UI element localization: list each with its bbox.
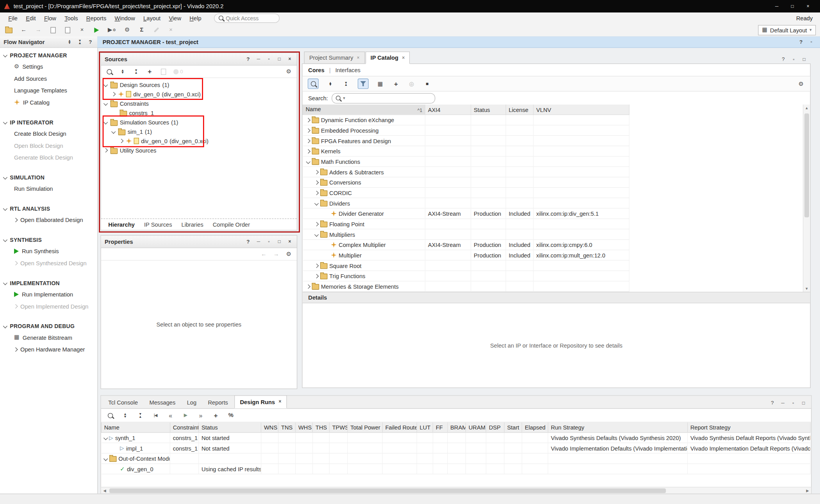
editor-maximize-icon[interactable]: □ <box>801 55 808 63</box>
fn-item-add-sources[interactable]: Add Sources <box>0 72 97 84</box>
column-header-status[interactable]: Status <box>471 105 506 115</box>
sources-tab-ip-sources[interactable]: IP Sources <box>139 220 176 229</box>
tab-ip-catalog[interactable]: IP Catalog× <box>365 51 410 64</box>
scroll-down-icon[interactable]: ▼ <box>805 285 808 292</box>
subtab-interfaces[interactable]: Interfaces <box>335 67 360 73</box>
source-row-simulation-sources-4[interactable]: Simulation Sources(1) <box>101 117 297 127</box>
ip-add-repository-icon[interactable]: + <box>392 80 399 88</box>
bottom-tab-reports[interactable]: Reports <box>203 396 233 408</box>
fn-item-generate-bitstream[interactable]: ▦Generate Bitstream <box>0 331 97 343</box>
source-row-constraints-2[interactable]: Constraints <box>101 99 297 108</box>
column-header-tpws[interactable]: TPWS <box>329 422 348 433</box>
column-header-name[interactable]: Name <box>101 422 170 433</box>
menu-view[interactable]: View <box>165 14 185 22</box>
maximize-icon[interactable]: □ <box>784 1 800 12</box>
flow-help-icon[interactable]: ? <box>87 38 94 46</box>
bottom-help-icon[interactable]: ? <box>769 399 775 407</box>
ip-taxonomy-filter-icon[interactable] <box>358 79 368 89</box>
fn-item-settings[interactable]: ⚙Settings <box>0 60 97 73</box>
bottom-tab-design-runs[interactable]: Design Runs× <box>234 395 287 408</box>
runs-step-back-icon[interactable]: « <box>167 411 174 419</box>
ip-row-multiplier[interactable]: MultiplierProductionIncludedxilinx.com:i… <box>303 250 629 261</box>
fn-section-header-rtl-analysis[interactable]: RTL ANALYSIS <box>0 203 97 214</box>
quick-access-input[interactable]: Quick Access <box>214 13 280 23</box>
sources-close-icon[interactable]: × <box>286 55 293 63</box>
column-header-axi4[interactable]: AXI4 <box>425 105 471 115</box>
fn-item-create-block-design[interactable]: Create Block Design <box>0 128 97 140</box>
fn-item-open-hardware-manager[interactable]: Open Hardware Manager <box>0 343 97 355</box>
properties-maximize-icon[interactable]: □ <box>276 238 283 246</box>
sources-collapse-all-icon[interactable]: ▲▼ <box>119 67 126 76</box>
ip-catalog-settings-icon[interactable]: ⚙ <box>798 80 804 88</box>
sources-tab-hierarchy[interactable]: Hierarchy <box>103 220 139 229</box>
layout-selector[interactable]: ▦Default Layout▾ <box>758 25 816 35</box>
ip-expand-all-icon[interactable]: ▼▲ <box>342 80 349 88</box>
ip-row-kernels[interactable]: Kernels <box>303 146 629 156</box>
column-header-name[interactable]: Name^1 <box>303 105 425 115</box>
menu-layout[interactable]: Layout <box>139 14 164 22</box>
column-header-start[interactable]: Start <box>504 422 522 433</box>
scroll-right-icon[interactable]: ▶ <box>804 489 811 493</box>
column-header-whs[interactable]: WHS <box>296 422 313 433</box>
ip-row-conversions[interactable]: Conversions <box>303 177 629 188</box>
ip-row-dynamic-function-exchange[interactable]: Dynamic Function eXchange <box>303 115 629 125</box>
runs-create-run-icon[interactable]: + <box>212 411 219 419</box>
fn-item-run-implementation[interactable]: Run Implementation <box>0 288 97 300</box>
column-header-wns[interactable]: WNS <box>261 422 278 433</box>
subtab-cores[interactable]: Cores <box>308 67 324 73</box>
bottom-tab-tcl-console[interactable]: Tcl Console <box>103 396 143 408</box>
add-sources-icon[interactable]: + <box>146 67 153 76</box>
ip-row-square-root[interactable]: Square Root <box>303 260 629 271</box>
ip-row-floating-point[interactable]: Floating Point <box>303 219 629 229</box>
ip-row-complex-multiplier[interactable]: Complex MultiplierAXI4-StreamProductionI… <box>303 240 629 250</box>
column-header-status[interactable]: Status <box>199 422 261 433</box>
run-settings-icon[interactable]: ▶⚙ <box>108 26 116 34</box>
properties-float-icon[interactable]: ▫ <box>266 238 272 246</box>
scrollbar-thumb[interactable] <box>804 114 809 218</box>
close-tab-ip-catalog-icon[interactable]: × <box>402 55 405 60</box>
sources-expand-all-icon[interactable]: ▼▲ <box>133 67 139 76</box>
fn-section-header-ip-integrator[interactable]: IP INTEGRATOR <box>0 117 97 128</box>
bottom-minimize-icon[interactable]: ─ <box>779 399 786 407</box>
sources-float-icon[interactable]: ▫ <box>266 55 272 63</box>
ip-row-adders-subtracters[interactable]: Adders & Subtracters <box>303 167 629 177</box>
bottom-tab-messages[interactable]: Messages <box>144 396 181 408</box>
properties-minimize-icon[interactable]: ─ <box>255 238 262 246</box>
properties-settings-icon[interactable]: ⚙ <box>285 250 292 258</box>
source-row-constrs-1-3[interactable]: constrs_1 <box>101 108 297 117</box>
fn-section-header-simulation[interactable]: SIMULATION <box>0 172 97 183</box>
run-row-div-gen-0[interactable]: ✓div_gen_0Using cached IP results <box>101 464 810 474</box>
fn-section-header-project-manager[interactable]: PROJECT MANAGER <box>0 50 97 60</box>
sources-search-icon[interactable] <box>106 67 112 76</box>
banner-float-icon[interactable]: ▫ <box>808 38 815 46</box>
menu-help[interactable]: Help <box>185 14 206 22</box>
run-row-out-of-context-module-runs[interactable]: Out-of-Context Module Runs <box>101 453 810 464</box>
run-icon[interactable] <box>93 26 100 34</box>
flow-expand-all-icon[interactable]: ▼▲ <box>77 38 83 46</box>
close-icon[interactable]: × <box>800 1 816 12</box>
bottom-tab-log[interactable]: Log <box>182 396 201 408</box>
properties-help-icon[interactable]: ? <box>245 238 251 246</box>
ip-row-memories-storage-elements[interactable]: Memories & Storage Elements <box>303 281 629 292</box>
ip-row-partial-reconfiguration[interactable]: Partial Reconfiguration <box>303 291 629 292</box>
source-row-sim-1-5[interactable]: sim_1(1) <box>101 127 297 136</box>
fn-section-header-synthesis[interactable]: SYNTHESIS <box>0 234 97 245</box>
ip-row-fpga-features-and-design[interactable]: FPGA Features and Design <box>303 135 629 146</box>
menu-edit[interactable]: Edit <box>22 14 40 22</box>
source-row-div-gen-0-6[interactable]: div_gen_0(div_gen_0.xci) <box>101 136 297 146</box>
sources-settings-icon[interactable]: ⚙ <box>285 67 292 76</box>
editor-float-icon[interactable]: ▫ <box>790 55 797 63</box>
ip-row-trig-functions[interactable]: Trig Functions <box>303 271 629 281</box>
settings-icon[interactable]: ⚙ <box>124 26 130 34</box>
runs-go-to-start-icon[interactable]: |◀ <box>152 411 159 419</box>
scrollbar-thumb[interactable] <box>109 488 666 493</box>
delete-icon[interactable]: × <box>78 26 85 34</box>
runs-step-forward-icon[interactable]: » <box>197 411 204 419</box>
vertical-scrollbar[interactable]: ▲ ▼ <box>803 105 810 292</box>
fn-item-language-templates[interactable]: Language Templates <box>0 84 97 96</box>
editor-help-icon[interactable]: ? <box>780 55 786 63</box>
runs-launch-icon[interactable]: ▶ <box>182 411 189 419</box>
ip-search-input[interactable]: ▾ <box>332 93 435 103</box>
report-icon[interactable]: Σ <box>138 26 145 34</box>
column-header-vlnv[interactable]: VLNV <box>533 105 629 115</box>
